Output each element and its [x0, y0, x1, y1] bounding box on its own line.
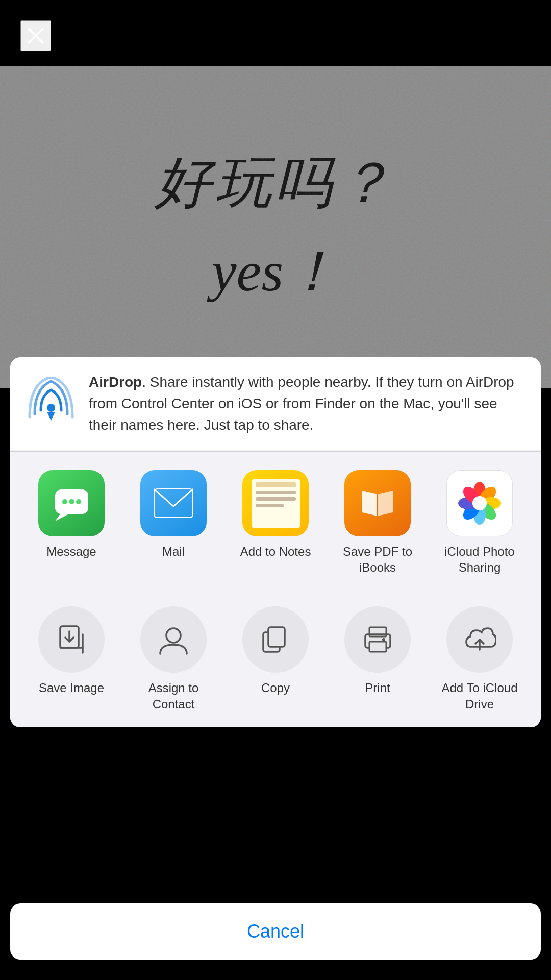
app-item-photos[interactable]: iCloud Photo Sharing: [434, 470, 525, 575]
airdrop-icon: [26, 377, 77, 430]
action-item-copy[interactable]: Copy: [230, 606, 321, 696]
notes-label: Add to Notes: [240, 544, 311, 559]
svg-rect-27: [369, 642, 386, 652]
airdrop-description: AirDrop. Share instantly with people nea…: [89, 372, 525, 436]
app-item-mail[interactable]: Mail: [128, 470, 219, 559]
print-icon: [344, 606, 411, 673]
share-sheet: AirDrop. Share instantly with people nea…: [10, 357, 541, 727]
mail-icon: [140, 470, 207, 536]
assign-contact-label: Assign to Contact: [128, 680, 219, 712]
svg-marker-4: [55, 514, 69, 521]
action-item-save-image[interactable]: Save Image: [26, 606, 117, 696]
action-item-assign-contact[interactable]: Assign to Contact: [128, 606, 219, 712]
copy-label: Copy: [261, 680, 290, 696]
message-label: Message: [46, 544, 96, 559]
assign-contact-icon: [140, 606, 207, 673]
icloud-drive-icon: [446, 606, 513, 673]
save-image-icon: [38, 606, 105, 673]
svg-point-18: [472, 496, 487, 510]
save-image-label: Save Image: [39, 680, 104, 696]
svg-point-29: [382, 638, 385, 641]
svg-point-6: [69, 499, 74, 504]
actions-row: Save Image Assign to Contact: [20, 606, 531, 712]
airdrop-section: AirDrop. Share instantly with people nea…: [10, 357, 541, 450]
svg-point-23: [166, 628, 181, 643]
action-item-print[interactable]: Print: [332, 606, 423, 696]
app-item-notes[interactable]: Add to Notes: [230, 470, 321, 559]
copy-icon: [242, 606, 309, 673]
action-item-icloud-drive[interactable]: Add To iCloud Drive: [434, 606, 525, 712]
svg-rect-25: [268, 627, 285, 647]
cancel-label: Cancel: [247, 921, 304, 942]
cancel-button[interactable]: Cancel: [10, 903, 541, 960]
close-icon: [26, 26, 46, 46]
handwritten-image: 好玩吗？ yes！: [0, 66, 551, 388]
svg-point-5: [62, 499, 67, 504]
photos-icon: [446, 470, 513, 536]
mail-label: Mail: [162, 544, 185, 559]
apps-section: Message Mail: [10, 451, 541, 591]
svg-point-7: [76, 499, 81, 504]
apps-row: Message Mail: [20, 470, 531, 575]
icloud-drive-label: Add To iCloud Drive: [434, 680, 525, 712]
svg-point-2: [47, 404, 55, 412]
message-icon: [38, 470, 105, 536]
actions-section: Save Image Assign to Contact: [10, 591, 541, 727]
app-item-message[interactable]: Message: [26, 470, 117, 559]
photos-label: iCloud Photo Sharing: [434, 544, 525, 575]
ibooks-label: Save PDF to iBooks: [332, 544, 423, 575]
ibooks-icon: [344, 470, 411, 536]
print-label: Print: [365, 680, 390, 696]
image-area: 好玩吗？ yes！: [0, 0, 551, 388]
close-button[interactable]: [20, 20, 51, 51]
notes-icon: [242, 470, 309, 536]
app-item-ibooks[interactable]: Save PDF to iBooks: [332, 470, 423, 575]
